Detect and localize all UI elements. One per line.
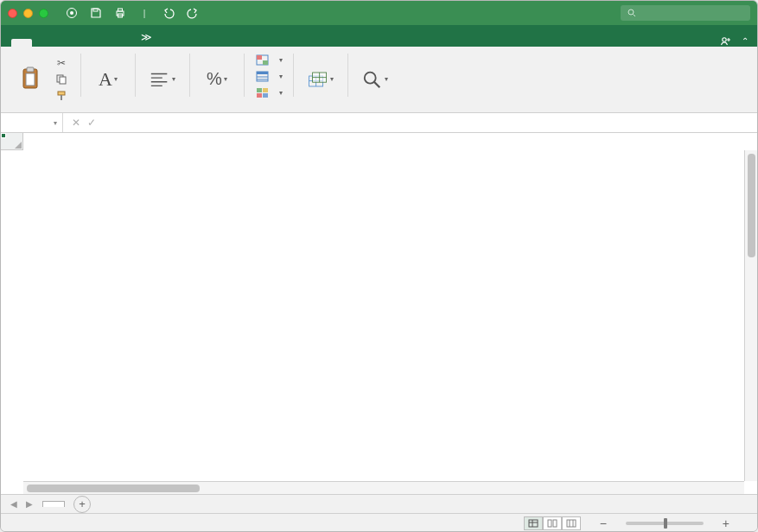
quick-access-toolbar: |	[64, 5, 201, 21]
tab-strip: ◀ ▶ +	[1, 494, 757, 513]
conditional-formatting-button[interactable]: ▾	[255, 53, 283, 67]
group-cells: ▾	[297, 50, 344, 112]
vertical-scrollbar[interactable]	[744, 150, 757, 481]
format-painter-icon[interactable]	[53, 89, 70, 103]
svg-rect-15	[60, 77, 66, 84]
font-button[interactable]: A▾	[92, 65, 124, 94]
undo-icon[interactable]	[161, 5, 176, 21]
confirm-formula-icon[interactable]: ✓	[87, 117, 96, 129]
grid[interactable]	[23, 150, 757, 494]
tab-page-layout[interactable]	[73, 39, 94, 47]
zoom-in-button[interactable]: +	[719, 516, 733, 530]
zoom-slider[interactable]	[626, 522, 704, 525]
view-normal-icon[interactable]	[524, 516, 543, 530]
save-icon[interactable]	[88, 5, 104, 21]
maximize-icon[interactable]	[39, 9, 48, 18]
svg-point-1	[70, 11, 73, 15]
svg-rect-41	[529, 520, 538, 527]
add-sheet-button[interactable]: +	[73, 496, 91, 513]
name-box[interactable]: ▾	[1, 113, 63, 132]
zoom-out-button[interactable]: −	[596, 516, 610, 530]
tab-nav-prev-icon[interactable]: ◀	[6, 499, 22, 509]
svg-rect-17	[61, 95, 62, 100]
sheet-area	[1, 133, 757, 494]
copy-icon[interactable]	[53, 73, 70, 86]
svg-rect-26	[257, 72, 268, 74]
collapse-ribbon-icon[interactable]: ⌃	[742, 36, 748, 46]
tab-data[interactable]	[115, 39, 136, 47]
cell-styles-button[interactable]: ▾	[255, 86, 283, 100]
svg-rect-23	[257, 55, 262, 60]
cells-button[interactable]: ▾	[304, 65, 337, 94]
group-editing: ▾	[352, 50, 398, 112]
svg-rect-24	[263, 60, 268, 65]
svg-rect-30	[263, 88, 268, 92]
svg-rect-2	[93, 9, 98, 11]
group-clipboard: ✂	[10, 50, 77, 112]
svg-point-39	[365, 72, 376, 83]
share-button[interactable]: ⌃	[720, 35, 757, 47]
window-controls	[8, 9, 48, 18]
print-icon[interactable]	[112, 5, 128, 21]
ribbon-tabs: ≫ ⌃	[1, 25, 757, 47]
svg-rect-44	[548, 520, 551, 527]
horizontal-scrollbar[interactable]	[23, 481, 744, 494]
paste-button[interactable]	[16, 65, 49, 94]
format-as-table-button[interactable]: ▾	[255, 69, 283, 84]
number-button[interactable]: %▾	[201, 65, 233, 94]
close-icon[interactable]	[8, 9, 17, 18]
group-alignment: ▾	[139, 50, 186, 112]
search-input[interactable]	[621, 5, 750, 21]
svg-rect-13	[26, 73, 35, 86]
tab-formulas[interactable]	[94, 39, 115, 47]
svg-point-6	[628, 10, 634, 15]
status-bar: − +	[1, 513, 757, 532]
svg-rect-4	[118, 9, 123, 11]
minimize-icon[interactable]	[23, 9, 33, 18]
svg-rect-12	[27, 67, 34, 72]
editing-button[interactable]: ▾	[359, 65, 392, 94]
ribbon: ✂ A▾ ▾ %▾	[1, 47, 757, 113]
view-page-layout-icon[interactable]	[543, 516, 562, 530]
fill-handle[interactable]	[1, 133, 6, 138]
group-font: A▾	[85, 50, 131, 112]
autosave-icon[interactable]	[64, 5, 80, 21]
svg-rect-32	[263, 93, 268, 98]
titlebar: |	[1, 1, 757, 25]
svg-rect-31	[257, 93, 262, 98]
sheet-tab[interactable]	[42, 501, 65, 507]
svg-line-40	[374, 81, 379, 86]
group-number: %▾	[194, 50, 240, 112]
tab-insert[interactable]	[32, 39, 53, 47]
qat-separator: |	[137, 5, 152, 21]
svg-point-8	[723, 38, 726, 41]
group-styles: ▾ ▾ ▾	[248, 50, 290, 112]
svg-rect-29	[257, 88, 262, 92]
tab-draw[interactable]	[53, 39, 73, 47]
svg-rect-16	[58, 92, 65, 95]
view-buttons	[524, 516, 581, 530]
view-page-break-icon[interactable]	[562, 516, 581, 530]
tab-home[interactable]	[11, 39, 32, 47]
formula-bar: ▾ ✕ ✓	[1, 113, 757, 133]
svg-rect-46	[567, 520, 576, 527]
redo-icon[interactable]	[185, 5, 201, 21]
alignment-button[interactable]: ▾	[146, 65, 179, 94]
svg-line-7	[634, 15, 636, 17]
tab-overflow[interactable]: ≫	[136, 27, 157, 47]
cut-icon[interactable]: ✂	[53, 56, 70, 70]
cancel-formula-icon[interactable]: ✕	[72, 117, 80, 129]
svg-rect-45	[553, 520, 557, 527]
tab-nav-next-icon[interactable]: ▶	[22, 499, 37, 509]
